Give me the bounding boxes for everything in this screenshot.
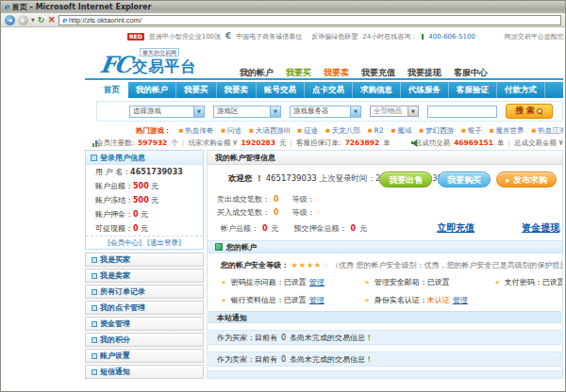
sidebar-item-orders[interactable]: 所有订单记录 [85,285,204,299]
stop-button[interactable]: × [47,15,55,24]
sidebar-item-points[interactable]: 我的积分 [85,333,204,347]
hot-game-link[interactable]: 问道 [221,126,241,136]
grade-star-icon: ☆ [315,208,322,217]
site-logo[interactable]: 最大的交易网 FC 交易平台 [100,48,241,76]
menu-square-icon [92,305,97,311]
hot-game-link[interactable]: 天龙八部 [325,126,360,136]
server-select[interactable]: 游戏服务器 ▼ [290,106,361,118]
search-input[interactable] [427,106,497,118]
sold-count-row: 卖出成交笔数：0等级：☆ [208,193,562,206]
user-box-links: [会员中心] [退出登录] [86,236,203,249]
stat-label: 玩家求购金额 ¥ [188,139,237,148]
hot-game-link[interactable]: R2 [368,126,384,135]
withdrawable-value: 0 [133,224,139,233]
nav-tab-account-trade[interactable]: 账号交易 [257,82,305,98]
red-badge: RED [127,33,144,41]
stat-value: 597932 [138,139,167,147]
menu-square-icon [92,369,97,375]
search-button[interactable]: 搜 索 [506,104,553,119]
hot-games-bar: 热门游戏： 热血传奇 问道 大话西游III 征途 天龙八部 R2 魔域 梦幻西游… [128,125,563,136]
nav-tab-powerleveling[interactable]: 代练服务 [401,82,449,98]
sold-count: 0 [274,195,279,204]
hot-game-link[interactable]: 银子 [461,126,482,136]
main-navbar: 首页 我的帐户 我要买 我要卖 账号交易 点卡交易 求购信息 代练服务 客服验证… [96,82,563,98]
main-columns: 登录用户信息 用 户 名：4651739033 账户总额：500 元 账户冻结：… [85,150,563,383]
last-login-label: 上次登录时间： [319,173,375,183]
nav-tab-my-account[interactable]: 我的帐户 [128,82,176,98]
balance-row: 账户总额：500 元 [86,179,203,193]
manage-link[interactable]: 管理 [453,296,468,304]
hot-game-link[interactable]: 征途 [297,126,318,136]
back-button[interactable]: ◀ [5,15,15,25]
sell-button[interactable]: 我要出售 [379,172,432,188]
hot-game-link[interactable]: 梦幻西游 [419,126,454,136]
nav-tab-service-verify[interactable]: 客服验证 [449,82,497,98]
site-stats-bar: 会员注册数:597932个 | 玩家求购金额 ¥1920283元 | 客服担保订… [92,138,564,148]
refresh-button[interactable]: ↻ [38,15,45,24]
ie-page-icon: e [62,15,67,24]
manage-link[interactable]: 管理 [309,296,325,304]
nav-tab-card-trade[interactable]: 点卡交易 [305,82,353,98]
menu-square-icon [92,337,97,343]
logo-site-name: 交易平台 [132,58,196,75]
nav-tab-buy[interactable]: 我要买 [176,82,217,98]
hot-game-link[interactable]: 大话西游III [249,126,290,136]
hot-game-link[interactable]: 魔域 [391,126,412,136]
stat-label: 客服担保订单: [296,139,341,148]
menu-square-icon [92,273,97,279]
chevron-down-icon: ▼ [350,106,360,117]
address-bar[interactable]: e [58,15,561,25]
zone-select[interactable]: 游戏区 ▼ [213,106,281,118]
sidebar-item-sms[interactable]: 短信通知 [85,365,204,379]
seller-notice-row: 作为卖家：目前有0条尚未完成的交易信息！ [208,351,561,367]
stat-value: 7263892 [345,139,380,147]
withdrawable-row: 可提现额：0 元 [86,221,203,236]
hot-game-link[interactable]: 魔兽世界 [490,126,524,136]
buy-button[interactable]: 我要购买 [438,172,491,188]
stat-value: 1920283 [241,139,276,147]
nav-tab-payment[interactable]: 付款方式 [497,82,545,98]
post-wanted-button[interactable]: ▸ 发布求购 [496,172,557,188]
window-titlebar: e 首页 - Microsoft Internet Explorer [1,1,565,13]
game-select[interactable]: 选择游戏 ▼ [129,106,205,118]
logo-fc-mark: FC [98,55,131,75]
security-stars: ★★★★ [291,261,323,270]
sidebar-item-seller[interactable]: 我是卖家 [85,269,204,283]
frozen-value: 500 [133,196,149,204]
certification-bar: RED 亚洲中小型营企业100强 € 中国电子商务诚信单位 反诈骗绿色联盟 24… [127,30,564,42]
withdraw-link[interactable]: 资金提现 [522,221,559,235]
page-content: RED 亚洲中小型营企业100强 € 中国电子商务诚信单位 反诈骗绿色联盟 24… [2,27,564,390]
url-input[interactable] [69,16,558,24]
welcome-row: 欢迎您 ！ 4651739033 上次登录时间：2013-7-28 22:35:… [208,165,562,193]
your-account-section-header: 您的帐户 [208,240,562,253]
sidebar-item-buyer[interactable]: 我是买家 [85,253,204,267]
browser-toolbar: ◀ ▶ ▼ ↻ × e [1,13,565,27]
ec-certified-icon: € [225,32,231,41]
cube-icon [215,243,223,251]
user-box-icon [91,155,97,161]
nav-tab-sell[interactable]: 我要卖 [217,82,258,98]
category-select[interactable]: 全部物品 ▼ [370,106,419,117]
hot-game-link[interactable]: 热血传奇 [179,126,214,136]
member-center-link[interactable]: [会员中心] [108,237,142,249]
search-bar: 选择游戏 ▼ 游戏区 ▼ 游戏服务器 ▼ 全部物品 ▼ 搜 索 [96,101,563,122]
nav-tab-home[interactable]: 首页 [96,82,128,98]
panel-footer-strip [208,370,562,378]
sidebar-item-cards[interactable]: 我的点卡管理 [85,301,204,315]
nav-tab-wanted[interactable]: 求购信息 [353,82,401,98]
window-title: 首页 - Microsoft Internet Explorer [12,2,152,12]
forward-button[interactable]: ▶ [18,15,28,25]
stat-value: 46969151 [454,139,493,147]
stat-label: 总成交易金额 ¥ [514,139,563,148]
sidebar-item-account-settings[interactable]: 账户设置 [85,349,204,363]
security-description: （优秀 您的帐户安全级别：优秀，您的帐户安全已是高级别的保护措施 ） [331,261,563,270]
sidebar-item-funds[interactable]: 资金管理 [85,317,204,331]
hot-game-link[interactable]: 热血江湖 [531,126,563,136]
hotline-number[interactable]: 400-606-5100 [428,33,475,41]
recharge-link[interactable]: 立即充值 [437,221,474,235]
welcome-username: 4651739033 [266,173,317,183]
history-dropdown-icon[interactable]: ▼ [31,17,35,23]
logout-link[interactable]: [退出登录] [147,237,181,249]
manage-link[interactable]: 管理 [309,278,325,286]
security-items-grid: 密码提示问题：已设置管理 管理安全邮箱：已设置 支付密码：已设置管理 银行资料信… [221,277,555,305]
